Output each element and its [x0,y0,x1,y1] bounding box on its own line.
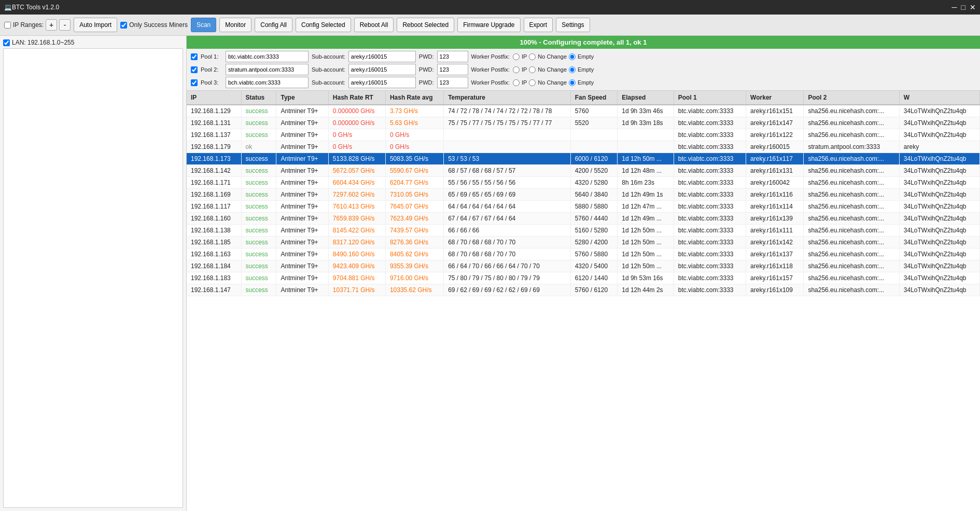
cell-temperature: 67 / 64 / 67 / 67 / 64 / 64 [444,213,571,225]
pool-3-radio-empty[interactable] [569,79,576,86]
table-row[interactable]: 192.168.1.129successAntminer T9+0.000000… [187,105,980,117]
cell-temperature [444,141,571,153]
col-header-worker: Worker [746,91,804,105]
cell-elapsed: 1d 12h 44m 2s [618,284,674,296]
cell-hashrate_rt: 0 GH/s [328,141,385,153]
toolbar: IP Ranges: + - Auto Import Only Success … [0,15,980,36]
cell-hashrate_avg: 9355.39 GH/s [385,260,443,272]
table-row[interactable]: 192.168.1.138successAntminer T9+8145.422… [187,225,980,237]
cell-pool1: btc.viabtc.com:3333 [674,189,746,201]
table-row[interactable]: 192.168.1.142successAntminer T9+5672.057… [187,165,980,177]
cell-ip: 192.168.1.142 [187,165,241,177]
pool-3-worker-postfix-label: Worker Postfix: [471,79,510,86]
cell-worker: areky.r161x109 [746,284,804,296]
cell-hashrate_rt: 0.000000 GH/s [328,105,385,117]
minimize-button[interactable]: ─ [952,3,957,11]
cell-w: 34LoTWxihQnZ2tu4qb [899,272,979,284]
table-row[interactable]: 192.168.1.183successAntminer T9+9704.881… [187,272,980,284]
export-button[interactable]: Export [524,18,553,32]
cell-worker: areky.r161x151 [746,105,804,117]
cell-worker: areky.r161x118 [746,260,804,272]
reboot-all-button[interactable]: Reboot All [354,18,394,32]
table-row[interactable]: 192.168.1.163successAntminer T9+8490.160… [187,248,980,260]
sidebar: LAN: 192.168.1.0~255 [0,36,187,511]
pool-2-pwd[interactable] [437,64,468,75]
close-button[interactable]: ✕ [970,3,976,11]
pool-1-radio-ip[interactable] [513,53,520,60]
cell-temperature: 68 / 57 / 68 / 68 / 57 / 57 [444,165,571,177]
table-row[interactable]: 192.168.1.171successAntminer T9+6604.434… [187,177,980,189]
auto-import-button[interactable]: Auto Import [74,18,117,32]
remove-ip-button[interactable]: - [59,19,71,31]
table-container[interactable]: IPStatusTypeHash Rate RTHash Rate avgTem… [187,91,980,511]
table-row[interactable]: 192.168.1.185successAntminer T9+8317.120… [187,237,980,248]
cell-hashrate_rt: 5133.828 GH/s [328,153,385,165]
cell-hashrate_avg: 0 GH/s [385,129,443,141]
scan-button[interactable]: Scan [191,18,216,32]
settings-button[interactable]: Settings [556,18,590,32]
cell-w: 34LoTWxihQnZ2tu4qb [899,260,979,272]
cell-fan_speed: 4200 / 5520 [570,165,618,177]
cell-fan_speed: 5760 / 4440 [570,213,618,225]
table-row[interactable]: 192.168.1.137successAntminer T9+0 GH/s0 … [187,129,980,141]
pool-1-worker-postfix-label: Worker Postfix: [471,53,510,60]
reboot-selected-button[interactable]: Reboot Selected [397,18,454,32]
table-row[interactable]: 192.168.1.184successAntminer T9+9423.409… [187,260,980,272]
cell-w: 34LoTWxihQnZ2tu4qb [899,189,979,201]
pool-3-pwd[interactable] [437,77,468,88]
cell-fan_speed: 5760 / 6120 [570,284,618,296]
cell-elapsed: 1d 12h 50m ... [618,237,674,248]
table-row[interactable]: 192.168.1.131successAntminer T9+0.000000… [187,117,980,129]
pool-3-radio-nochange[interactable] [529,79,536,86]
firmware-upgrade-button[interactable]: Firmware Upgrade [457,18,520,32]
cell-temperature: 53 / 53 / 53 [444,153,571,165]
monitor-button[interactable]: Monitor [219,18,251,32]
cell-fan_speed: 4320 / 5280 [570,177,618,189]
pool-2-checkbox[interactable] [191,66,198,73]
col-header-status: Status [241,91,276,105]
pool-2-radio-ip[interactable] [513,66,520,73]
config-all-button[interactable]: Config All [255,18,292,32]
pool-2-sub-account[interactable] [348,64,416,75]
cell-elapsed: 1d 9h 53m 16s [618,272,674,284]
pool-2-url[interactable] [226,64,309,75]
cell-type: Antminer T9+ [276,272,328,284]
pool-1-radio-empty[interactable] [569,53,576,60]
pool-1-url[interactable] [226,51,309,62]
cell-type: Antminer T9+ [276,189,328,201]
cell-pool1: btc.viabtc.com:3333 [674,105,746,117]
cell-pool2: sha256.eu.nicehash.com:... [804,272,899,284]
cell-ip: 192.168.1.131 [187,117,241,129]
pool-1-pwd[interactable] [437,51,468,62]
pool-3-url[interactable] [226,77,309,88]
only-success-miners-checkbox[interactable] [120,22,127,29]
cell-pool1: btc.viabtc.com:3333 [674,201,746,213]
pool-3-radio-ip[interactable] [513,79,520,86]
add-ip-button[interactable]: + [46,19,57,31]
pool-3-checkbox[interactable] [191,79,198,86]
pool-1-checkbox[interactable] [191,53,198,60]
table-row[interactable]: 192.168.1.160successAntminer T9+7659.839… [187,213,980,225]
table-row[interactable]: 192.168.1.147successAntminer T9+10371.71… [187,284,980,296]
table-row[interactable]: 192.168.1.169successAntminer T9+7297.602… [187,189,980,201]
lan-checkbox[interactable] [3,39,10,46]
table-row[interactable]: 192.168.1.173successAntminer T9+5133.828… [187,153,980,165]
config-selected-button[interactable]: Config Selected [296,18,351,32]
cell-type: Antminer T9+ [276,213,328,225]
ip-ranges-checkbox[interactable] [4,22,11,29]
pool-1-radio-nochange[interactable] [529,53,536,60]
col-header-temperature: Temperature [444,91,571,105]
table-row[interactable]: 192.168.1.117successAntminer T9+7610.413… [187,201,980,213]
pool-2-radio-empty[interactable] [569,66,576,73]
cell-hashrate_avg: 7439.57 GH/s [385,225,443,237]
maximize-button[interactable]: □ [961,3,965,11]
pool-1-sub-account[interactable] [348,51,416,62]
cell-worker: areky.r161x117 [746,153,804,165]
pool-3-sub-account[interactable] [348,77,416,88]
cell-pool1: btc.viabtc.com:3333 [674,248,746,260]
cell-hashrate_avg: 7623.49 GH/s [385,213,443,225]
pool-2-radio-nochange[interactable] [529,66,536,73]
cell-pool2: sha256.eu.nicehash.com:... [804,165,899,177]
pool-3-pwd-label: PWD: [419,79,434,86]
table-row[interactable]: 192.168.1.179okAntminer T9+0 GH/s0 GH/sb… [187,141,980,153]
